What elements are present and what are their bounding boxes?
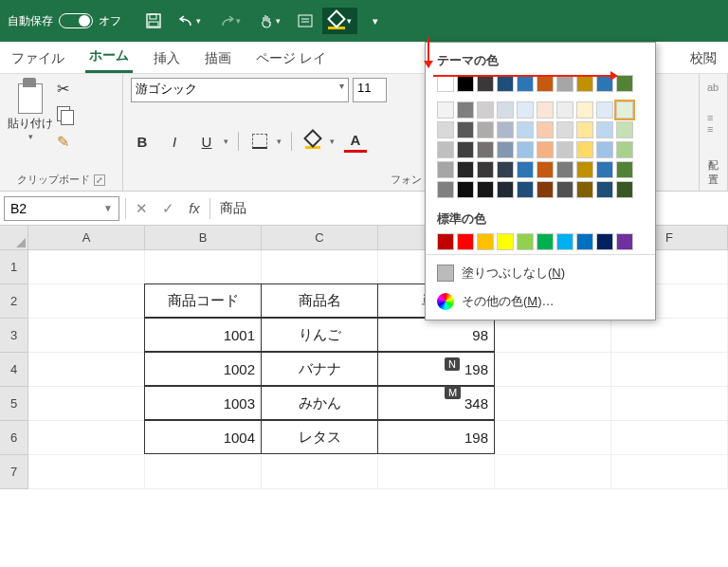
color-swatch[interactable] — [596, 233, 613, 250]
cell[interactable] — [28, 319, 145, 353]
color-swatch[interactable] — [477, 161, 494, 178]
color-swatch[interactable] — [477, 141, 494, 158]
font-size-select[interactable]: 11 — [353, 78, 387, 102]
color-swatch[interactable] — [517, 141, 534, 158]
color-swatch[interactable] — [556, 121, 573, 138]
fx-button[interactable]: fx — [181, 200, 208, 216]
color-swatch[interactable] — [537, 101, 554, 119]
color-swatch[interactable] — [437, 101, 454, 119]
color-swatch[interactable] — [497, 181, 514, 198]
color-swatch[interactable] — [457, 121, 474, 138]
bold-button[interactable]: B — [131, 130, 154, 153]
color-swatch[interactable] — [457, 161, 474, 178]
color-swatch[interactable] — [537, 233, 554, 250]
color-swatch[interactable] — [497, 75, 514, 92]
cell[interactable]: 348 — [377, 386, 495, 420]
cell[interactable]: 商品名 — [261, 284, 378, 318]
row-header[interactable]: 4 — [0, 353, 28, 387]
cell[interactable]: みかん — [261, 386, 378, 420]
color-swatch[interactable] — [576, 181, 593, 198]
color-swatch[interactable] — [457, 141, 474, 158]
color-swatch[interactable] — [556, 101, 573, 119]
cell[interactable] — [28, 353, 145, 387]
color-swatch[interactable] — [477, 75, 494, 92]
more-colors-item[interactable]: その他の色(M)… M — [426, 287, 655, 316]
undo-button[interactable]: ▾ — [171, 8, 209, 34]
cell[interactable] — [378, 455, 495, 489]
tab-home[interactable]: ホーム — [85, 42, 133, 73]
redo-button[interactable]: ▾ — [210, 8, 248, 34]
cell[interactable]: 1003 — [144, 386, 262, 420]
cell[interactable]: 商品コード — [144, 284, 262, 318]
cancel-button[interactable]: ✕ — [128, 200, 155, 217]
form-button[interactable] — [290, 8, 320, 34]
cell[interactable] — [145, 455, 262, 489]
enter-button[interactable]: ✓ — [155, 200, 181, 217]
color-swatch[interactable] — [517, 121, 534, 138]
cell[interactable] — [495, 421, 611, 455]
save-button[interactable] — [138, 8, 169, 34]
color-swatch[interactable] — [596, 141, 613, 158]
color-swatch[interactable] — [576, 121, 593, 138]
color-swatch[interactable] — [537, 75, 554, 92]
color-swatch[interactable] — [616, 101, 633, 119]
autosave-toggle[interactable]: 自動保存 オフ — [8, 13, 121, 29]
row-header[interactable]: 5 — [0, 387, 28, 421]
color-swatch[interactable] — [437, 121, 454, 138]
row-header[interactable]: 1 — [0, 250, 28, 284]
color-swatch[interactable] — [457, 101, 474, 119]
underline-button[interactable]: U — [195, 130, 218, 153]
cell[interactable] — [611, 387, 728, 421]
name-box[interactable]: B2 ▼ — [4, 196, 119, 221]
cell[interactable] — [611, 455, 728, 489]
color-swatch[interactable] — [576, 101, 593, 119]
cell[interactable]: バナナ — [261, 352, 378, 386]
col-header[interactable]: C — [262, 226, 378, 250]
italic-button[interactable]: I — [163, 130, 186, 153]
cell[interactable] — [28, 284, 145, 319]
tab-review[interactable]: 校閲 — [686, 45, 720, 73]
color-swatch[interactable] — [497, 121, 514, 138]
cell[interactable] — [495, 353, 611, 387]
cell[interactable]: 1004 — [144, 420, 262, 454]
color-swatch[interactable] — [457, 233, 474, 250]
cell[interactable]: 198 — [377, 352, 495, 386]
color-swatch[interactable] — [537, 141, 554, 158]
color-swatch[interactable] — [616, 141, 633, 158]
color-swatch[interactable] — [437, 161, 454, 178]
no-fill-item[interactable]: 塗りつぶしなし(N) N — [426, 259, 655, 287]
fill-color-button[interactable] — [301, 130, 324, 153]
color-swatch[interactable] — [477, 233, 494, 250]
cut-button[interactable]: ✂ — [57, 80, 80, 99]
color-swatch[interactable] — [576, 161, 593, 178]
color-swatch[interactable] — [596, 161, 613, 178]
color-swatch[interactable] — [517, 101, 534, 119]
color-swatch[interactable] — [517, 181, 534, 198]
color-swatch[interactable] — [556, 233, 573, 250]
color-swatch[interactable] — [616, 75, 633, 92]
row-header[interactable]: 2 — [0, 284, 28, 319]
color-swatch[interactable] — [576, 233, 593, 250]
color-swatch[interactable] — [596, 121, 613, 138]
color-swatch[interactable] — [556, 181, 573, 198]
cell[interactable] — [611, 353, 728, 387]
color-swatch[interactable] — [596, 101, 613, 119]
cell[interactable]: 1002 — [144, 352, 262, 386]
color-swatch[interactable] — [556, 161, 573, 178]
color-swatch[interactable] — [616, 161, 633, 178]
cell[interactable] — [611, 421, 728, 455]
color-swatch[interactable] — [556, 141, 573, 158]
paste-button[interactable]: 貼り付け ▾ — [8, 78, 53, 152]
color-swatch[interactable] — [517, 75, 534, 92]
color-swatch[interactable] — [437, 181, 454, 198]
color-swatch[interactable] — [537, 121, 554, 138]
cell[interactable]: りんご — [261, 318, 378, 352]
cell[interactable] — [145, 250, 262, 284]
color-swatch[interactable] — [576, 75, 593, 92]
color-swatch[interactable] — [616, 181, 633, 198]
copy-button[interactable] — [57, 106, 80, 125]
cell[interactable]: 1001 — [144, 318, 262, 352]
color-swatch[interactable] — [616, 233, 633, 250]
color-swatch[interactable] — [537, 161, 554, 178]
color-swatch[interactable] — [477, 181, 494, 198]
